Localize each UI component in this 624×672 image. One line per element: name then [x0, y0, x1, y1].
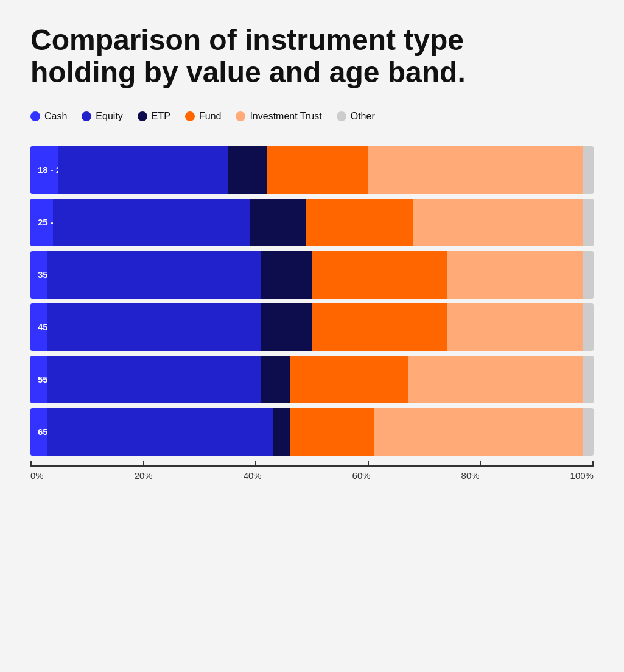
- bar-segment: 25 - 34: [30, 199, 53, 246]
- bar-segment: [583, 251, 594, 299]
- legend-item-equity: Equity: [82, 111, 122, 122]
- legend-item-other: Other: [337, 111, 375, 122]
- chart-area: 18 - 2425 - 3435 - 4445 - 5455 - 6465+: [30, 146, 594, 456]
- x-axis-label: 100%: [570, 470, 594, 481]
- bar-segment: [261, 303, 312, 351]
- bar-segment: 18 - 24: [30, 146, 58, 194]
- bar-segment: [58, 146, 228, 194]
- x-axis-label: 20%: [135, 470, 153, 481]
- bar-container: 55 - 64: [30, 356, 594, 403]
- legend-dot: [236, 111, 245, 121]
- bar-row: 45 - 54: [30, 303, 594, 351]
- bar-segment: [413, 199, 583, 246]
- legend-label: Cash: [44, 111, 67, 122]
- bar-segment: 45 - 54: [30, 303, 47, 351]
- legend-item-investment-trust: Investment Trust: [236, 111, 321, 122]
- bar-segment: [228, 146, 267, 194]
- x-axis-label: 0%: [30, 470, 44, 481]
- bar-segment: [583, 146, 594, 194]
- bar-container: 35 - 44: [30, 251, 594, 299]
- tick-mark: [255, 461, 256, 465]
- bar-segment: [583, 408, 594, 456]
- chart-title: Comparison of instrument type holding by…: [30, 24, 530, 89]
- bar-segment: [447, 303, 583, 351]
- tick-mark: [30, 461, 32, 465]
- bar-segment: [47, 303, 262, 351]
- bar-container: 18 - 24: [30, 146, 594, 194]
- tick-mark: [368, 461, 369, 465]
- legend-label: Equity: [96, 111, 122, 122]
- x-axis: 0%20%40%60%80%100%: [30, 461, 594, 481]
- bar-segment: [47, 251, 262, 299]
- legend-label: Other: [351, 111, 375, 122]
- bar-segment: [261, 356, 289, 403]
- bar-row: 35 - 44: [30, 251, 594, 299]
- bar-segment: 55 - 64: [30, 356, 47, 403]
- x-axis-label: 80%: [461, 470, 480, 481]
- bar-segment: [374, 408, 582, 456]
- legend-dot: [185, 111, 195, 121]
- bar-segment: [290, 356, 408, 403]
- bar-segment: [583, 199, 594, 246]
- chart-legend: CashEquityETPFundInvestment TrustOther: [30, 111, 594, 122]
- legend-label: ETP: [152, 111, 170, 122]
- bar-segment: [306, 199, 413, 246]
- tick-mark: [592, 461, 594, 465]
- bar-segment: [290, 408, 374, 456]
- bar-row: 18 - 24: [30, 146, 594, 194]
- legend-dot: [138, 111, 147, 121]
- bar-segment: [47, 408, 273, 456]
- legend-label: Fund: [199, 111, 221, 122]
- bar-row: 65+: [30, 408, 594, 456]
- bar-segment: [261, 251, 312, 299]
- bar-segment: [583, 356, 594, 403]
- legend-item-cash: Cash: [30, 111, 67, 122]
- bar-segment: [408, 356, 583, 403]
- legend-dot: [30, 111, 40, 121]
- bar-segment: 35 - 44: [30, 251, 47, 299]
- legend-dot: [82, 111, 91, 121]
- bar-container: 25 - 34: [30, 199, 594, 246]
- bar-segment: 65+: [30, 408, 47, 456]
- legend-item-etp: ETP: [138, 111, 170, 122]
- legend-label: Investment Trust: [250, 111, 321, 122]
- legend-dot: [337, 111, 346, 121]
- bar-row: 55 - 64: [30, 356, 594, 403]
- bar-segment: [312, 251, 447, 299]
- bar-container: 65+: [30, 408, 594, 456]
- x-axis-label: 60%: [352, 470, 371, 481]
- bar-segment: [447, 251, 583, 299]
- bar-segment: [312, 303, 447, 351]
- bar-segment: [47, 356, 262, 403]
- tick-mark: [143, 461, 144, 465]
- tick-mark: [480, 461, 481, 465]
- legend-item-fund: Fund: [185, 111, 221, 122]
- bar-segment: [53, 199, 250, 246]
- bar-segment: [250, 199, 307, 246]
- bar-segment: [273, 408, 290, 456]
- bar-container: 45 - 54: [30, 303, 594, 351]
- x-axis-label: 40%: [244, 470, 262, 481]
- bar-segment: [583, 303, 594, 351]
- bar-segment: [368, 146, 583, 194]
- bar-segment: [267, 146, 369, 194]
- bar-row: 25 - 34: [30, 199, 594, 246]
